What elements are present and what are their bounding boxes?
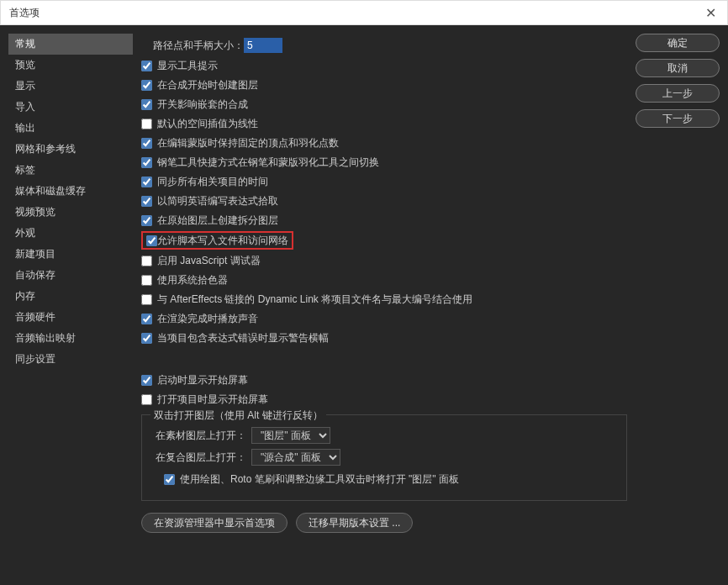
checkbox[interactable] bbox=[141, 333, 152, 344]
check-row[interactable]: 在渲染完成时播放声音 bbox=[141, 310, 627, 327]
check-row[interactable]: 同步所有相关项目的时间 bbox=[141, 173, 627, 190]
sidebar-item[interactable]: 音频输出映射 bbox=[8, 328, 133, 349]
check-label: 打开项目时显示开始屏幕 bbox=[157, 393, 268, 407]
sidebar-item[interactable]: 视频预览 bbox=[8, 202, 133, 223]
checkbox[interactable] bbox=[141, 215, 152, 226]
checkbox[interactable] bbox=[141, 394, 152, 405]
check-label: 在渲染完成时播放声音 bbox=[157, 312, 258, 326]
sidebar: 常规预览显示导入输出网格和参考线标签媒体和磁盘缓存视频预览外观新建项目自动保存内… bbox=[8, 34, 133, 577]
check-row[interactable]: 与 AfterEffects 链接的 Dynamic Link 将项目文件名与最… bbox=[141, 291, 627, 308]
check-label: 启用 JavaScript 调试器 bbox=[157, 254, 261, 268]
sidebar-item[interactable]: 媒体和磁盘缓存 bbox=[8, 181, 133, 202]
titlebar: 首选项 ✕ bbox=[0, 0, 728, 25]
checkbox[interactable] bbox=[141, 157, 152, 168]
check-row[interactable]: 当项目包含表达式错误时显示警告横幅 bbox=[141, 329, 627, 346]
bottom-buttons: 在资源管理器中显示首选项 迁移早期版本设置 ... bbox=[141, 513, 627, 533]
sidebar-item[interactable]: 网格和参考线 bbox=[8, 139, 133, 160]
checkbox[interactable] bbox=[141, 256, 152, 266]
sidebar-item[interactable]: 自动保存 bbox=[8, 265, 133, 286]
check-label: 与 AfterEffects 链接的 Dynamic Link 将项目文件名与最… bbox=[157, 292, 472, 307]
check-row[interactable]: 钢笔工具快捷方式在钢笔和蒙版羽化工具之间切换 bbox=[141, 154, 627, 171]
check-label: 同步所有相关项目的时间 bbox=[157, 175, 268, 189]
next-button[interactable]: 下一步 bbox=[636, 109, 720, 128]
cancel-button[interactable]: 取消 bbox=[636, 59, 720, 77]
sidebar-item[interactable]: 标签 bbox=[8, 160, 133, 181]
paint-open-label: 使用绘图、Roto 笔刷和调整边缘工具双击时将打开 "图层" 面板 bbox=[180, 472, 459, 487]
check-row[interactable]: 在编辑蒙版时保持固定的顶点和羽化点数 bbox=[141, 134, 627, 151]
check-label: 默认的空间插值为线性 bbox=[157, 117, 258, 131]
prev-button[interactable]: 上一步 bbox=[636, 84, 720, 103]
checkbox[interactable] bbox=[141, 196, 152, 207]
checkbox[interactable] bbox=[141, 119, 152, 129]
sidebar-item[interactable]: 输出 bbox=[8, 118, 133, 139]
migrate-settings-button[interactable]: 迁移早期版本设置 ... bbox=[296, 513, 413, 533]
sidebar-item[interactable]: 音频硬件 bbox=[8, 307, 133, 328]
check-row[interactable]: 允许脚本写入文件和访问网络 bbox=[141, 231, 627, 250]
window-title: 首选项 bbox=[9, 6, 40, 20]
checkbox[interactable] bbox=[141, 314, 152, 324]
check-label: 允许脚本写入文件和访问网络 bbox=[157, 234, 288, 248]
footage-open-label: 在素材图层上打开： bbox=[152, 429, 246, 443]
path-size-label: 路径点和手柄大小： bbox=[153, 39, 244, 53]
sidebar-item[interactable]: 常规 bbox=[8, 34, 133, 55]
footage-open-select[interactable]: "图层" 面板 bbox=[251, 427, 330, 444]
body: 常规预览显示导入输出网格和参考线标签媒体和磁盘缓存视频预览外观新建项目自动保存内… bbox=[0, 25, 728, 585]
comp-open-row: 在复合图层上打开： "源合成" 面板 bbox=[152, 449, 616, 466]
check-row[interactable]: 默认的空间插值为线性 bbox=[141, 115, 627, 132]
check-row[interactable]: 在合成开始时创建图层 bbox=[141, 76, 627, 93]
paint-open-check[interactable]: 使用绘图、Roto 笔刷和调整边缘工具双击时将打开 "图层" 面板 bbox=[164, 471, 616, 488]
check-row[interactable]: 打开项目时显示开始屏幕 bbox=[141, 391, 627, 408]
sidebar-item[interactable]: 显示 bbox=[8, 76, 133, 97]
check-row[interactable]: 显示工具提示 bbox=[141, 57, 627, 74]
checkbox[interactable] bbox=[141, 275, 152, 286]
group-title: 双击打开图层（使用 Alt 键进行反转） bbox=[150, 408, 326, 423]
checks-list: 显示工具提示在合成开始时创建图层开关影响嵌套的合成默认的空间插值为线性在编辑蒙版… bbox=[141, 57, 627, 346]
comp-open-select[interactable]: "源合成" 面板 bbox=[251, 449, 340, 466]
check-label: 在原始图层上创建拆分图层 bbox=[157, 213, 278, 228]
sidebar-item[interactable]: 导入 bbox=[8, 97, 133, 118]
checkbox[interactable] bbox=[141, 99, 152, 110]
main-panel: 路径点和手柄大小： 显示工具提示在合成开始时创建图层开关影响嵌套的合成默认的空间… bbox=[133, 34, 636, 577]
highlighted-check: 允许脚本写入文件和访问网络 bbox=[141, 231, 293, 250]
checkbox[interactable] bbox=[141, 294, 152, 305]
checkbox[interactable] bbox=[141, 80, 152, 91]
sidebar-item[interactable]: 外观 bbox=[8, 223, 133, 244]
checkbox[interactable] bbox=[141, 375, 152, 386]
startup-checks: 启动时显示开始屏幕打开项目时显示开始屏幕 bbox=[141, 372, 627, 408]
paint-open-checkbox[interactable] bbox=[164, 474, 175, 485]
reveal-prefs-button[interactable]: 在资源管理器中显示首选项 bbox=[141, 513, 288, 533]
check-label: 使用系统拾色器 bbox=[157, 273, 228, 287]
path-size-row: 路径点和手柄大小： bbox=[153, 37, 627, 54]
checkbox[interactable] bbox=[146, 235, 157, 246]
layer-open-group: 双击打开图层（使用 Alt 键进行反转） 在素材图层上打开： "图层" 面板 在… bbox=[141, 414, 627, 501]
check-row[interactable]: 在原始图层上创建拆分图层 bbox=[141, 212, 627, 229]
check-label: 在编辑蒙版时保持固定的顶点和羽化点数 bbox=[157, 136, 339, 150]
check-label: 在合成开始时创建图层 bbox=[157, 78, 258, 92]
sidebar-item[interactable]: 预览 bbox=[8, 55, 133, 76]
button-panel: 确定 取消 上一步 下一步 bbox=[636, 34, 720, 577]
checkbox[interactable] bbox=[141, 138, 152, 149]
checkbox[interactable] bbox=[141, 61, 152, 71]
check-row[interactable]: 使用系统拾色器 bbox=[141, 271, 627, 288]
comp-open-label: 在复合图层上打开： bbox=[152, 451, 246, 465]
sidebar-item[interactable]: 同步设置 bbox=[8, 349, 133, 370]
check-row[interactable]: 启用 JavaScript 调试器 bbox=[141, 252, 627, 269]
check-label: 显示工具提示 bbox=[157, 59, 218, 73]
check-label: 当项目包含表达式错误时显示警告横幅 bbox=[157, 331, 329, 345]
footage-open-row: 在素材图层上打开： "图层" 面板 bbox=[152, 427, 616, 444]
check-row[interactable]: 以简明英语编写表达式拾取 bbox=[141, 192, 627, 209]
check-label: 钢笔工具快捷方式在钢笔和蒙版羽化工具之间切换 bbox=[157, 155, 379, 170]
path-size-input[interactable] bbox=[244, 38, 282, 53]
close-icon[interactable]: ✕ bbox=[702, 4, 719, 21]
check-row[interactable]: 启动时显示开始屏幕 bbox=[141, 372, 627, 388]
check-label: 开关影响嵌套的合成 bbox=[157, 98, 248, 112]
sidebar-item[interactable]: 内存 bbox=[8, 286, 133, 307]
check-label: 以简明英语编写表达式拾取 bbox=[157, 194, 278, 208]
check-row[interactable]: 开关影响嵌套的合成 bbox=[141, 96, 627, 113]
ok-button[interactable]: 确定 bbox=[636, 34, 720, 52]
checkbox[interactable] bbox=[141, 177, 152, 187]
check-label: 启动时显示开始屏幕 bbox=[157, 373, 248, 387]
sidebar-item[interactable]: 新建项目 bbox=[8, 244, 133, 265]
